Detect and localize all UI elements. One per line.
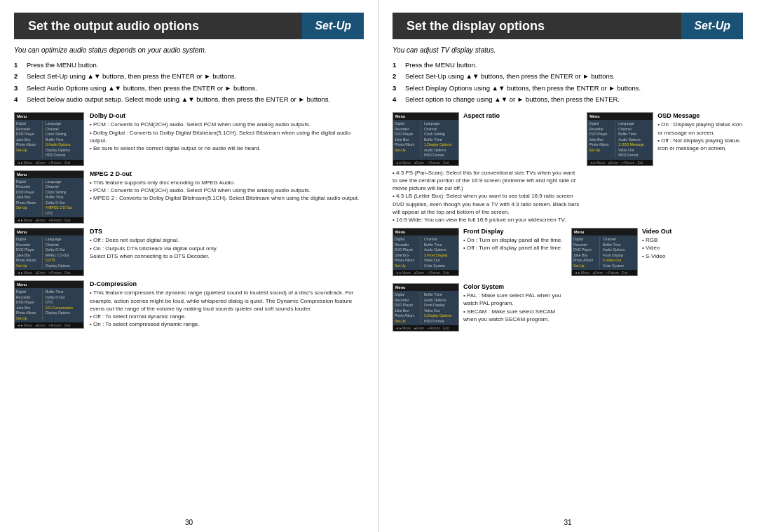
right-header: Set the display options Set-Up: [393, 13, 743, 39]
dcomp-menu-screenshot: Menu Digital Recorder DVD Player Juke Bo…: [14, 280, 84, 329]
step-3-num: 3: [14, 84, 24, 93]
left-header: Set the output audio options Set-Up: [14, 13, 364, 39]
row1: Menu Digital Recorder DVD Player Juke Bo…: [393, 112, 743, 224]
mpeg-menu-screenshot: Menu Digital Recorder DVD Player Juke Bo…: [14, 170, 84, 224]
r-step-1-text: Press the MENU button.: [405, 61, 743, 69]
dts-title: DTS: [90, 228, 364, 235]
dcomp-text: • This feature compresses the dynamic ra…: [90, 289, 364, 328]
dcomp-row: Menu Digital Recorder DVD Player Juke Bo…: [14, 280, 364, 329]
r-step-2-num: 2: [393, 72, 402, 81]
frontdisplay-menu-screenshot: Menu Digital Recorder DVD Player Juke Bo…: [393, 228, 459, 276]
mpeg-text: • This feature supports only disc encodi…: [90, 179, 364, 203]
r-step-2-text: Select Set-Up using ▲▼ buttons, then pre…: [405, 72, 743, 81]
aspect-text: • 4:3 PS (Pan-Scan): Select this for con…: [393, 169, 580, 224]
osd-title: OSD Message: [657, 112, 743, 119]
osd-menu-screenshot: Menu Digital Recorder DVD Player Juke Bo…: [587, 112, 653, 166]
dcomp-title: D-Compression: [90, 280, 364, 287]
colorsystem-block: Menu Digital Recorder DVD Player Juke Bo…: [393, 283, 564, 334]
dts-desc: DTS • Off : Does not output digital sign…: [90, 228, 364, 260]
r-step-1-num: 1: [393, 61, 402, 69]
r-step-4: 4 Select option to change using ▲▼ or ► …: [393, 95, 743, 104]
osd-block: Menu Digital Recorder DVD Player Juke Bo…: [587, 112, 743, 224]
row3: Menu Digital Recorder DVD Player Juke Bo…: [393, 283, 743, 334]
dts-menu-screenshot: Menu Digital Recorder DVD Player Juke Bo…: [14, 228, 84, 276]
left-content: Menu Digital Recorder DVD Player Juke Bo…: [14, 112, 364, 329]
aspect-menu-screenshot: Menu Digital Recorder DVD Player Juke Bo…: [393, 112, 459, 166]
r-step-1: 1 Press the MENU button.: [393, 61, 743, 69]
r-step-3: 3 Select Display Options using ▲▼ button…: [393, 84, 743, 93]
colorsystem-text: • PAL : Make sure select PAL when you wa…: [463, 292, 564, 323]
step-4-text: Select below audio output setup. Select …: [27, 95, 364, 104]
mpeg-row: Menu Digital Recorder DVD Player Juke Bo…: [14, 170, 364, 224]
step-3-text: Select Audio Options using ▲▼ buttons, t…: [27, 84, 364, 93]
dolby-text: • PCM : Converts to PCM(2CH) audio. Sele…: [90, 121, 364, 152]
colorsystem-menu-screenshot: Menu Digital Recorder DVD Player Juke Bo…: [393, 283, 459, 332]
step-3: 3 Select Audio Options using ▲▼ buttons,…: [14, 84, 364, 93]
dts-row: Menu Digital Recorder DVD Player Juke Bo…: [14, 228, 364, 276]
step-1-text: Press the MENU button.: [27, 61, 364, 69]
r-step-3-num: 3: [393, 84, 402, 93]
step-2: 2 Select Set-Up using ▲▼ buttons, then p…: [14, 72, 364, 81]
left-badge: Set-Up: [302, 13, 364, 39]
dolby-title: Dolby D-out: [90, 112, 364, 119]
step-4: 4 Select below audio output setup. Selec…: [14, 95, 364, 104]
videoout-block: Menu Digital Recorder DVD Player Juke Bo…: [571, 228, 743, 279]
right-content: Menu Digital Recorder DVD Player Juke Bo…: [393, 112, 743, 334]
mpeg-title: MPEG 2 D-out: [90, 170, 364, 177]
left-section: Set the output audio options Set-Up You …: [0, 0, 378, 532]
right-subtitle: You can adjust TV display status.: [393, 46, 743, 54]
page: Set the output audio options Set-Up You …: [0, 0, 757, 532]
aspect-block: Menu Digital Recorder DVD Player Juke Bo…: [393, 112, 580, 224]
aspect-title: Aspect ratio: [463, 112, 500, 119]
step-4-num: 4: [14, 95, 24, 104]
right-title: Set the display options: [393, 13, 681, 39]
right-badge: Set-Up: [681, 13, 743, 39]
dolby-row: Menu Digital Recorder DVD Player Juke Bo…: [14, 112, 364, 166]
r-step-4-text: Select option to change using ▲▼ or ► bu…: [405, 95, 743, 104]
step-1-num: 1: [14, 61, 24, 69]
left-title: Set the output audio options: [14, 13, 302, 39]
right-section: Set the display options Set-Up You can a…: [378, 0, 757, 532]
left-page-num: 30: [185, 519, 193, 526]
left-steps: 1 Press the MENU button. 2 Select Set-Up…: [14, 61, 364, 104]
dcomp-desc: D-Compression • This feature compresses …: [90, 280, 364, 328]
mpeg-desc: MPEG 2 D-out • This feature supports onl…: [90, 170, 364, 203]
right-page-num: 31: [564, 519, 571, 526]
r-step-2: 2 Select Set-Up using ▲▼ buttons, then p…: [393, 72, 743, 81]
step-2-num: 2: [14, 72, 24, 81]
frontdisplay-text: • On : Turn on display panel all the tim…: [463, 236, 563, 252]
osd-text: • On : Displays playing status icon or m…: [657, 121, 743, 152]
videoout-menu-screenshot: Menu Digital Recorder DVD Player Juke Bo…: [571, 228, 638, 276]
dolby-menu-screenshot: Menu Digital Recorder DVD Player Juke Bo…: [14, 112, 84, 166]
colorsystem-title: Color System: [463, 283, 564, 290]
videoout-title: Video Out: [642, 228, 671, 235]
right-steps: 1 Press the MENU button. 2 Select Set-Up…: [393, 61, 743, 104]
dolby-desc: Dolby D-out • PCM : Converts to PCM(2CH)…: [90, 112, 364, 152]
frontdisplay-block: Menu Digital Recorder DVD Player Juke Bo…: [393, 228, 564, 279]
step-1: 1 Press the MENU button.: [14, 61, 364, 69]
step-2-text: Select Set-Up using ▲▼ buttons, then pre…: [27, 72, 364, 81]
r-step-4-num: 4: [393, 95, 402, 104]
r-step-3-text: Select Display Options using ▲▼ buttons,…: [405, 84, 743, 93]
frontdisplay-title: Front Display: [463, 228, 563, 235]
left-subtitle: You can optimize audio status depends on…: [14, 46, 364, 54]
dts-text: • Off : Does not output digital signal.•…: [90, 236, 364, 260]
row2: Menu Digital Recorder DVD Player Juke Bo…: [393, 228, 743, 279]
videoout-text: • RGB• Video• S-Video: [642, 236, 671, 260]
